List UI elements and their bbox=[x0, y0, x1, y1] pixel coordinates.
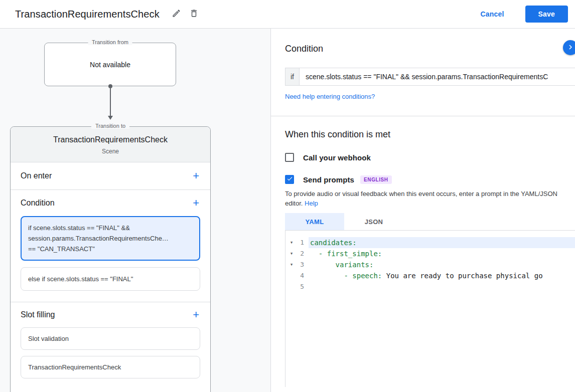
editor-tabs: YAML JSON bbox=[285, 213, 575, 230]
condition-text-line: else if scene.slots.status == "FINAL" bbox=[28, 274, 193, 284]
arrow-stem bbox=[110, 88, 111, 116]
send-prompts-checkbox[interactable] bbox=[285, 175, 294, 184]
cancel-button[interactable]: Cancel bbox=[477, 10, 507, 19]
transition-from-card: Transition from Not available bbox=[44, 43, 176, 86]
scene-editor-app: TransactionRequirementsCheck Cancel Save… bbox=[0, 0, 575, 392]
scene-subtitle: Scene bbox=[17, 148, 204, 155]
slot-item-validation[interactable]: Slot validation bbox=[21, 327, 200, 350]
send-prompts-label: Send prompts bbox=[303, 175, 354, 184]
transition-to-card: Transition to TransactionRequirementsChe… bbox=[10, 126, 211, 392]
main-content: Transition from Not available Transition… bbox=[0, 29, 575, 392]
slot-filling-section-row: Slot filling + bbox=[11, 302, 210, 327]
arrow-origin-dot bbox=[108, 84, 112, 88]
transition-to-label: Transition to bbox=[91, 123, 129, 129]
scene-card-header: TransactionRequirementsCheck Scene bbox=[11, 127, 210, 162]
prompts-description: To provide audio or visual feedback when… bbox=[285, 189, 569, 208]
line-number: 2 bbox=[298, 248, 309, 259]
code-text: - speech: You are ready to purchase phys… bbox=[309, 270, 575, 281]
yaml-editor[interactable]: ▾ 1 candidates: ▾ 2 - first_simple: ▾ 3 … bbox=[285, 230, 575, 387]
scene-graph-panel: Transition from Not available Transition… bbox=[0, 29, 271, 392]
fold-toggle-icon[interactable]: ▾ bbox=[285, 237, 298, 248]
when-condition-met-heading: When this condition is met bbox=[285, 129, 575, 140]
section-divider bbox=[271, 116, 575, 116]
help-link[interactable]: Help bbox=[305, 200, 318, 207]
line-number: 3 bbox=[298, 259, 309, 270]
transition-from-value: Not available bbox=[90, 61, 130, 69]
condition-section-row: Condition + bbox=[11, 190, 210, 216]
check-icon bbox=[286, 175, 293, 184]
code-line-3: ▾ 3 variants: bbox=[285, 259, 575, 270]
fold-toggle-icon[interactable]: ▾ bbox=[285, 248, 298, 259]
condition-text-line: == "CAN_TRANSACT" bbox=[28, 244, 193, 254]
line-number: 4 bbox=[298, 270, 309, 281]
code-line-5: 5 bbox=[285, 281, 575, 292]
fold-toggle-icon[interactable]: ▾ bbox=[285, 259, 298, 270]
code-line-1: ▾ 1 candidates: bbox=[285, 237, 575, 248]
line-number: 1 bbox=[298, 237, 309, 248]
condition-expression-row: if bbox=[285, 68, 575, 86]
save-button[interactable]: Save bbox=[525, 6, 568, 23]
code-line-2: ▾ 2 - first_simple: bbox=[285, 248, 575, 259]
condition-text-line: session.params.TransactionRequirementsCh… bbox=[28, 233, 193, 244]
condition-list: if scene.slots.status == "FINAL" && sess… bbox=[11, 216, 210, 302]
delete-scene-button[interactable] bbox=[185, 6, 203, 22]
on-enter-label: On enter bbox=[21, 171, 52, 180]
code-text bbox=[309, 281, 575, 292]
condition-text-line: if scene.slots.status == "FINAL" && bbox=[28, 223, 193, 233]
language-badge: ENGLISH bbox=[360, 175, 392, 184]
condition-section-label: Condition bbox=[21, 199, 55, 208]
prompts-description-text: To provide audio or visual feedback when… bbox=[285, 190, 557, 207]
fold-toggle-icon bbox=[285, 281, 298, 292]
condition-help-link[interactable]: Need help entering conditions? bbox=[285, 93, 375, 101]
page-title: TransactionRequirementsCheck bbox=[15, 9, 160, 20]
tab-yaml[interactable]: YAML bbox=[285, 213, 344, 230]
header-bar: TransactionRequirementsCheck Cancel Save bbox=[0, 0, 575, 29]
condition-item-else-if[interactable]: else if scene.slots.status == "FINAL" bbox=[21, 267, 200, 291]
send-prompts-row: Send prompts ENGLISH bbox=[285, 175, 575, 184]
on-enter-section-row: On enter + bbox=[11, 162, 210, 190]
chevron-right-icon bbox=[566, 43, 575, 53]
fold-toggle-icon bbox=[285, 270, 298, 281]
if-label-chip: if bbox=[285, 68, 300, 86]
condition-input[interactable] bbox=[300, 68, 575, 86]
line-number: 5 bbox=[298, 281, 309, 292]
code-text: variants: bbox=[309, 259, 575, 270]
pencil-icon bbox=[172, 9, 181, 20]
call-webhook-label: Call your webhook bbox=[303, 153, 371, 162]
header-left: TransactionRequirementsCheck bbox=[15, 6, 203, 22]
arrow-head-icon bbox=[108, 116, 113, 120]
call-webhook-checkbox[interactable] bbox=[285, 153, 294, 162]
header-actions: Cancel Save bbox=[477, 6, 568, 23]
code-line-4: 4 - speech: You are ready to purchase ph… bbox=[285, 270, 575, 281]
transition-arrow bbox=[107, 84, 114, 120]
edit-scene-button[interactable] bbox=[168, 6, 185, 22]
collapse-panel-button[interactable] bbox=[563, 40, 575, 55]
transition-from-label: Transition from bbox=[88, 39, 132, 45]
add-on-enter-button[interactable]: + bbox=[188, 168, 204, 183]
code-text: - first_simple: bbox=[309, 248, 575, 259]
scene-title: TransactionRequirementsCheck bbox=[17, 135, 204, 144]
add-condition-button[interactable]: + bbox=[188, 195, 204, 211]
trash-icon bbox=[189, 9, 199, 20]
code-text: candidates: bbox=[309, 237, 575, 248]
condition-item-selected[interactable]: if scene.slots.status == "FINAL" && sess… bbox=[21, 216, 200, 261]
slot-list: Slot validation TransactionRequirementsC… bbox=[11, 327, 210, 391]
condition-detail-panel: Condition if Need help entering conditio… bbox=[271, 29, 575, 392]
slot-item-transaction-check[interactable]: TransactionRequirementsCheck bbox=[21, 356, 200, 378]
tab-json[interactable]: JSON bbox=[344, 213, 403, 230]
webhook-row: Call your webhook bbox=[285, 153, 575, 162]
add-slot-button[interactable]: + bbox=[188, 307, 204, 322]
condition-heading: Condition bbox=[285, 44, 575, 54]
slot-filling-label: Slot filling bbox=[21, 310, 55, 319]
